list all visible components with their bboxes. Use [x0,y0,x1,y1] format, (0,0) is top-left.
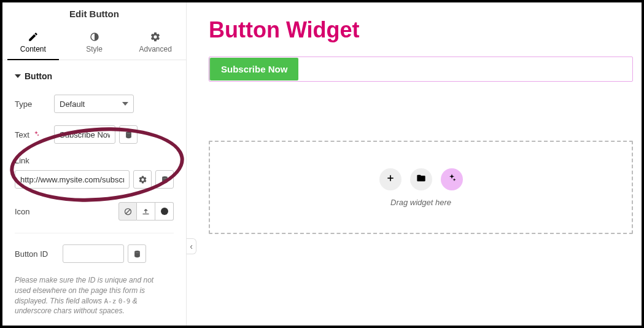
sidebar-collapse-toggle[interactable]: ‹ [187,238,196,254]
tab-advanced-label: Advanced [139,45,171,53]
text-label: Text [15,130,49,139]
type-select[interactable]: Default [54,95,134,113]
tab-style[interactable]: Style [64,26,125,60]
link-input[interactable] [15,170,130,189]
plus-icon [386,173,395,185]
text-input[interactable] [54,125,115,144]
button-id-input[interactable] [63,244,124,263]
canvas: Button Widget Subscribe Now [187,2,642,326]
caret-down-icon [15,74,21,78]
field-icon: Icon [15,202,174,221]
link-options-button[interactable] [133,170,152,189]
svg-point-1 [126,131,131,133]
section-title: Button [25,71,52,81]
sidebar-title: Edit Button [2,2,186,26]
half-circle-icon [89,31,100,42]
tab-style-label: Style [86,45,103,53]
page-title: Button Widget [209,17,633,43]
tab-advanced[interactable]: Advanced [125,26,186,60]
tab-content-label: Content [20,45,46,53]
icon-upload-button[interactable] [137,202,155,221]
pencil-icon [28,31,39,42]
icon-none-button[interactable] [118,202,137,221]
svg-point-5 [134,250,140,252]
section-toggle-button[interactable]: Button [15,71,174,81]
add-widget-button[interactable] [379,168,402,190]
link-label: Link [15,156,29,165]
folder-icon [416,173,426,185]
icon-library-button[interactable] [155,202,174,221]
button-id-label: Button ID [15,249,58,259]
type-label: Type [15,100,49,109]
add-template-button[interactable] [410,168,432,190]
field-button-id: Button ID [15,244,174,263]
field-type: Type Default [15,95,174,113]
tab-content[interactable]: Content [2,26,64,60]
gear-icon [150,31,161,42]
dynamic-tags-button[interactable] [119,125,138,144]
svg-line-4 [125,209,130,214]
divider [15,233,174,233]
icon-label: Icon [15,207,49,216]
editor-sidebar: Edit Button Content Style Advanced [2,2,187,326]
field-text: Text [15,125,174,144]
drop-zone-actions [379,168,463,190]
section-button: Button Type Default Text [2,60,186,322]
link-dynamic-button[interactable] [155,170,174,189]
field-link: Link [15,156,174,189]
subscribe-button[interactable]: Subscribe Now [210,58,298,80]
icon-segmented [118,202,174,221]
button-id-dynamic[interactable] [128,244,146,263]
drop-zone[interactable]: Drag widget here [209,141,633,234]
widget-selection[interactable]: Subscribe Now [209,57,633,82]
svg-point-2 [162,176,168,178]
drop-zone-label: Drag widget here [390,198,451,207]
sparkle-icon [447,173,457,185]
button-id-help: Please make sure the ID is unique and no… [15,275,174,316]
editor-tabs: Content Style Advanced [2,26,186,60]
sparkle-icon [33,130,40,138]
ai-generate-button[interactable] [441,168,463,190]
